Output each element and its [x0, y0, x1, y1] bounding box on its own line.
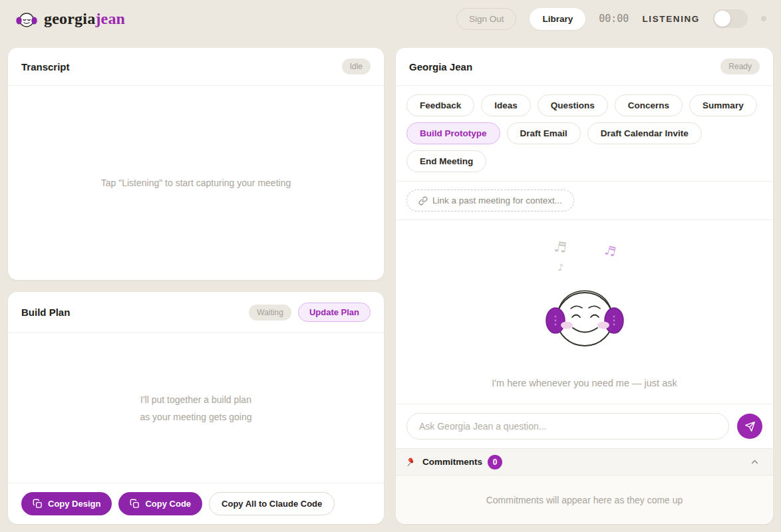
ask-input[interactable]: [406, 413, 729, 440]
main-layout: Transcript Idle Tap "Listening" to start…: [0, 37, 781, 532]
transcript-title: Transcript: [21, 61, 70, 72]
toggle-knob: [714, 11, 730, 27]
transcript-header: Transcript Idle: [8, 48, 384, 86]
copy-icon: [33, 499, 43, 509]
listening-toggle[interactable]: [713, 9, 748, 28]
session-timer: 00:00: [599, 13, 629, 25]
chip-draft-calendar-invite[interactable]: Draft Calendar Invite: [587, 122, 702, 144]
build-plan-header: Build Plan Waiting Update Plan: [8, 292, 384, 333]
listening-label: LISTENING: [642, 14, 700, 24]
send-button[interactable]: [737, 414, 762, 439]
chip-ideas[interactable]: Ideas: [481, 94, 531, 116]
chip-draft-email[interactable]: Draft Email: [507, 122, 581, 144]
transcript-body: Tap "Listening" to start capturing your …: [8, 86, 384, 280]
chip-questions[interactable]: Questions: [538, 94, 608, 116]
copy-design-label: Copy Design: [48, 499, 100, 509]
pushpin-icon: [406, 457, 417, 467]
commitments-header[interactable]: Commitments 0: [396, 448, 773, 475]
brand-name-primary: georgia: [44, 10, 95, 27]
commitments-label: Commitments: [422, 457, 482, 467]
update-plan-button[interactable]: Update Plan: [298, 303, 371, 322]
build-plan-empty-line1: I'll put together a build plan: [140, 391, 251, 408]
copy-code-label: Copy Code: [145, 499, 191, 509]
recording-status-dot: [761, 16, 766, 21]
build-plan-panel: Build Plan Waiting Update Plan I'll put …: [8, 292, 384, 524]
transcript-panel: Transcript Idle Tap "Listening" to start…: [8, 48, 384, 280]
transcript-status-badge: Idle: [342, 59, 371, 74]
build-plan-status-badge: Waiting: [249, 305, 291, 321]
commitments-count-badge: 0: [488, 455, 502, 469]
link-past-meeting-button[interactable]: Link a past meeting for context...: [406, 190, 574, 211]
music-note-icon: ♪: [558, 262, 564, 273]
chip-summary[interactable]: Summary: [689, 94, 757, 116]
transcript-empty-text: Tap "Listening" to start capturing your …: [101, 174, 291, 192]
assistant-status-badge: Ready: [720, 59, 760, 74]
left-column: Transcript Idle Tap "Listening" to start…: [8, 48, 384, 524]
link-meeting-row: Link a past meeting for context...: [396, 182, 773, 220]
build-plan-title: Build Plan: [21, 307, 70, 318]
brand-wordmark: georgiajean: [44, 10, 125, 28]
assistant-chat-area: ♬ ♬ ♪: [396, 220, 773, 404]
build-plan-header-actions: Waiting Update Plan: [249, 303, 371, 322]
assistant-title: Georgia Jean: [409, 61, 472, 72]
commitments-header-left: Commitments 0: [406, 455, 502, 469]
copy-code-button[interactable]: Copy Code: [118, 492, 202, 515]
assistant-panel: Georgia Jean Ready Feedback Ideas Questi…: [396, 48, 773, 524]
copy-all-claude-button[interactable]: Copy All to Claude Code: [209, 492, 335, 515]
brand-name-secondary: jean: [95, 10, 125, 27]
mascot-illustration: ♬ ♬ ♪: [512, 235, 658, 366]
build-plan-body: I'll put together a build plan as your m…: [8, 333, 384, 483]
commitments-empty-text: Commitments will appear here as they com…: [486, 495, 683, 505]
commitments-collapse-button[interactable]: [747, 454, 762, 469]
copy-icon: [130, 499, 140, 509]
brand-mascot-icon: [15, 8, 39, 29]
build-plan-footer: Copy Design Copy Code Copy All to Claude…: [8, 483, 384, 524]
app-header: georgiajean Sign Out Library 00:00 LISTE…: [0, 0, 781, 37]
action-chips: Feedback Ideas Questions Concerns Summar…: [396, 86, 773, 182]
assistant-empty-text: I'm here whenever you need me — just ask: [492, 378, 677, 388]
assistant-header: Georgia Jean Ready: [396, 48, 773, 86]
sign-out-button[interactable]: Sign Out: [456, 8, 517, 30]
link-past-meeting-label: Link a past meeting for context...: [432, 196, 562, 205]
chip-feedback[interactable]: Feedback: [406, 94, 474, 116]
brand-logo: georgiajean: [15, 8, 125, 29]
copy-design-button[interactable]: Copy Design: [21, 492, 112, 515]
mascot-face: [542, 278, 628, 352]
music-note-icon: ♬: [553, 239, 567, 256]
ask-row: [396, 404, 773, 448]
send-icon: [744, 421, 756, 432]
chip-concerns[interactable]: Concerns: [615, 94, 683, 116]
build-plan-empty-line2: as your meeting gets going: [140, 408, 251, 426]
library-button[interactable]: Library: [530, 8, 585, 30]
chevron-up-icon: [750, 457, 760, 467]
chip-end-meeting[interactable]: End Meeting: [406, 150, 486, 172]
chip-build-prototype[interactable]: Build Prototype: [406, 122, 500, 144]
music-note-icon: ♬: [603, 242, 617, 259]
commitments-body: Commitments will appear here as they com…: [396, 475, 773, 524]
header-actions: Sign Out Library 00:00 LISTENING: [456, 8, 766, 30]
link-icon: [418, 196, 428, 205]
